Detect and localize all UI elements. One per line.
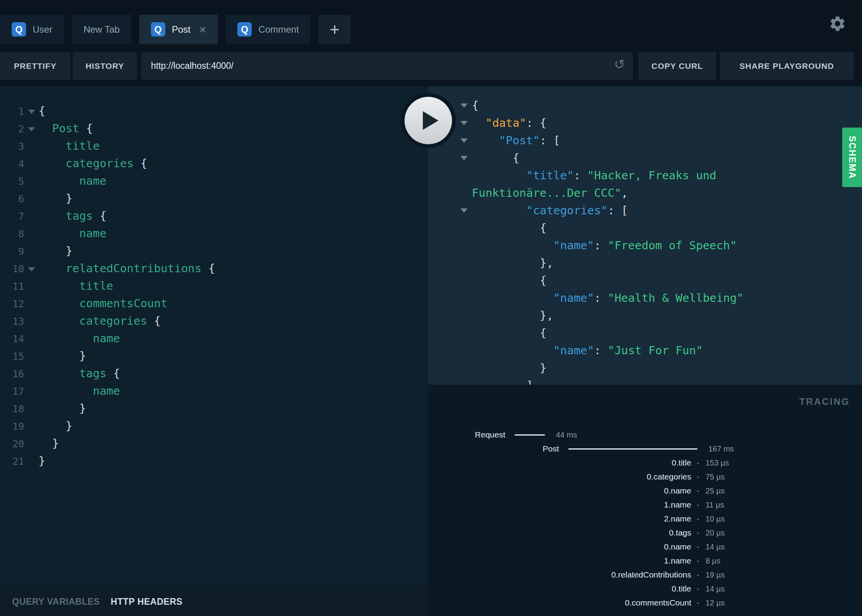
tracing-dash: - — [697, 472, 699, 481]
editor-line: 17 name — [0, 382, 428, 400]
fold-arrow-icon[interactable] — [28, 267, 35, 271]
tracing-label: 0.relatedContributions — [428, 570, 691, 579]
json-token: : — [594, 344, 608, 357]
editor-line: 4 categories { — [0, 155, 428, 172]
code-token: { — [133, 157, 147, 170]
editor-line: 16 tags { — [0, 365, 428, 382]
query-icon: Q — [237, 22, 252, 37]
collapse-arrow-icon[interactable] — [461, 138, 468, 143]
response-viewer[interactable]: { "data": { "Post": [ { "title": "Hacker… — [428, 86, 862, 385]
code-token: { — [79, 122, 93, 135]
json-token: ] — [472, 379, 533, 385]
graphql-playground-window: QUserNew TabQPost×QComment + PRETTIFY HI… — [0, 0, 862, 616]
tracing-dash: - — [697, 556, 699, 565]
json-token — [472, 116, 485, 130]
collapse-arrow-icon[interactable] — [461, 208, 468, 213]
editor-line: 8 name — [0, 225, 428, 242]
editor-line: 11 title — [0, 277, 428, 295]
json-token: , — [621, 186, 628, 200]
json-token: "name" — [554, 291, 594, 304]
tab-bar: QUserNew TabQPost×QComment + — [0, 0, 862, 44]
collapse-arrow-icon[interactable] — [461, 156, 468, 160]
line-number: 8 — [0, 225, 24, 243]
share-playground-button[interactable]: SHARE PLAYGROUND — [720, 52, 854, 80]
tracing-dash: - — [697, 486, 699, 495]
fold-gutter — [24, 102, 39, 120]
json-token — [472, 344, 554, 357]
editor-line: 2 Post { — [0, 120, 428, 137]
line-number: 2 — [0, 120, 24, 138]
query-editor[interactable]: 1{2 Post {3 title4 categories {5 name6 }… — [0, 86, 428, 587]
history-button[interactable]: HISTORY — [73, 52, 137, 80]
collapse-arrow-icon[interactable] — [461, 121, 468, 125]
tracing-label: 0.name — [428, 542, 691, 551]
code-token: } — [39, 454, 45, 467]
tracing-dash: - — [697, 458, 699, 467]
tracing-label: 2.name — [428, 514, 691, 523]
json-token: : — [574, 169, 587, 182]
new-tab-button[interactable]: + — [318, 15, 351, 44]
response-line: "data": { — [428, 114, 862, 132]
tracing-label: Request — [428, 430, 505, 439]
tracing-row: 0.name-25 µs — [428, 484, 862, 498]
tracing-time: 75 µs — [706, 472, 725, 481]
query-icon: Q — [12, 22, 26, 37]
json-token: "Just For Fun" — [608, 344, 703, 357]
code-token: Post — [39, 122, 79, 135]
tracing-dash: - — [697, 570, 699, 579]
fold-arrow-icon[interactable] — [28, 127, 35, 131]
tab-http-headers[interactable]: HTTP HEADERS — [111, 597, 183, 607]
line-number: 9 — [0, 243, 24, 260]
response-line: }, — [428, 254, 862, 272]
response-line: { — [428, 272, 862, 289]
close-icon[interactable]: × — [199, 23, 207, 36]
prettify-button[interactable]: PRETTIFY — [0, 52, 70, 80]
copy-curl-button[interactable]: COPY CURL — [638, 52, 716, 80]
json-token: Funktionäre...Der CCC" — [472, 186, 621, 200]
execute-query-button[interactable] — [405, 97, 452, 144]
json-token: { — [472, 151, 519, 164]
tracing-label: 0.title — [428, 458, 691, 467]
tracing-panel-header[interactable]: TRACING — [799, 396, 850, 407]
tracing-dash: - — [697, 500, 699, 509]
tab-post[interactable]: QPost× — [139, 15, 218, 44]
tabs-row: QUserNew TabQPost×QComment + — [0, 15, 351, 44]
tab-user[interactable]: QUser — [0, 15, 64, 44]
collapse-arrow-icon[interactable] — [461, 103, 468, 108]
line-number: 3 — [0, 138, 24, 155]
tracing-row: 2.name-10 µs — [428, 512, 862, 526]
editor-line: 15 } — [0, 347, 428, 365]
code-token: name — [39, 174, 107, 187]
json-token: "data" — [485, 116, 526, 130]
json-token: : — [594, 291, 608, 304]
editor-footer-bar: QUERY VARIABLES HTTP HEADERS — [0, 587, 428, 616]
editor-line: 12 commentsCount — [0, 295, 428, 312]
code-token: { — [39, 104, 45, 117]
fold-gutter — [24, 260, 39, 277]
fold-arrow-icon[interactable] — [28, 110, 35, 114]
tracing-label: 0.commentsCount — [428, 598, 691, 607]
editor-line: 6 } — [0, 190, 428, 207]
tracing-time: 10 µs — [706, 514, 725, 523]
response-line: } — [428, 359, 862, 377]
tracing-label: 0.categories — [428, 472, 691, 481]
line-number: 16 — [0, 365, 24, 383]
endpoint-url-input[interactable] — [151, 61, 585, 71]
reload-icon[interactable]: ↺ — [614, 58, 625, 71]
tab-comment[interactable]: QComment — [226, 15, 310, 44]
tab-list: QUserNew TabQPost×QComment — [0, 15, 310, 44]
tab-label: User — [33, 24, 53, 35]
tab-query-variables[interactable]: QUERY VARIABLES — [12, 597, 100, 607]
line-number: 17 — [0, 383, 24, 400]
tracing-label: 0.tags — [428, 528, 691, 537]
json-token — [472, 134, 499, 147]
line-number: 6 — [0, 190, 24, 208]
tracing-row: Post167 ms — [428, 442, 862, 456]
code-token: { — [147, 314, 161, 327]
line-number: 19 — [0, 418, 24, 435]
play-icon — [423, 111, 438, 130]
tab-new-tab[interactable]: New Tab — [72, 15, 131, 44]
tracing-row: 0.title-153 µs — [428, 456, 862, 470]
settings-gear-icon[interactable] — [829, 15, 846, 33]
schema-side-tab[interactable]: SCHEMA — [842, 128, 862, 187]
